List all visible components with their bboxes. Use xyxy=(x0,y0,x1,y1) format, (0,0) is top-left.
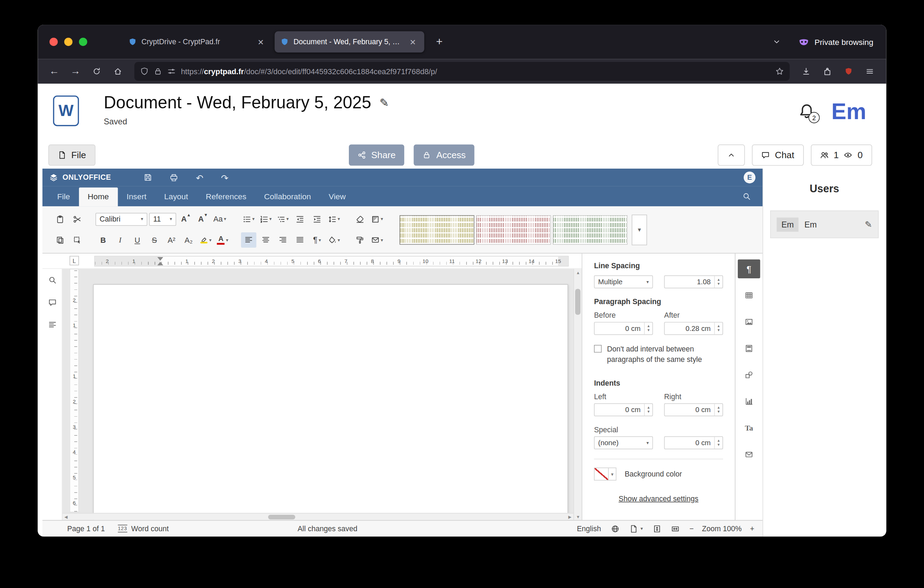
tab-document[interactable]: Document - Wed, February 5, 2025 ✕ xyxy=(275,31,424,53)
show-advanced-settings-link[interactable]: Show advanced settings xyxy=(594,495,723,503)
highlight-color-button[interactable]: ▾ xyxy=(198,232,213,248)
undo-icon[interactable]: ↶ xyxy=(196,173,203,182)
page-indicator[interactable]: Page 1 of 1 xyxy=(67,525,105,533)
shape-settings-tab[interactable] xyxy=(738,365,760,384)
copy-button[interactable] xyxy=(53,232,68,248)
menu-insert[interactable]: Insert xyxy=(118,187,155,206)
user-avatar-initials[interactable]: Em xyxy=(832,100,866,122)
edit-title-pencil-icon[interactable]: ✎ xyxy=(380,96,389,110)
zoom-out-button[interactable]: − xyxy=(689,525,693,533)
line-spacing-button[interactable]: ▾ xyxy=(327,211,342,227)
back-button[interactable]: ← xyxy=(45,62,64,80)
increase-indent-button[interactable] xyxy=(310,211,325,227)
increment-font-size-button[interactable]: A▲ xyxy=(178,211,193,227)
header-footer-settings-tab[interactable] xyxy=(738,339,760,358)
italic-button[interactable]: I xyxy=(112,232,128,248)
downloads-button[interactable] xyxy=(797,62,815,80)
spinner-arrows[interactable]: ▲▼ xyxy=(714,437,723,449)
decrement-font-size-button[interactable]: A▼ xyxy=(195,211,210,227)
table-settings-tab[interactable] xyxy=(738,286,760,305)
underline-button[interactable]: U xyxy=(130,232,145,248)
permissions-sliders-icon[interactable] xyxy=(167,67,176,76)
indent-left-input[interactable]: 0 cm ▲▼ xyxy=(594,403,653,416)
mail-merge-button[interactable]: ▾ xyxy=(370,232,385,248)
menu-view[interactable]: View xyxy=(320,187,355,206)
collapse-toolbar-button[interactable] xyxy=(718,145,745,166)
bold-button[interactable]: B xyxy=(96,232,111,248)
document-page[interactable] xyxy=(93,284,568,520)
align-justify-button[interactable] xyxy=(292,232,308,248)
redo-icon[interactable]: ↷ xyxy=(221,173,228,182)
spacing-after-input[interactable]: 0.28 cm ▲▼ xyxy=(664,322,723,335)
paragraph-style-preview-1[interactable] xyxy=(400,215,475,244)
url-text[interactable]: https://cryptpad.fr/doc/#/3/doc/edit/ff0… xyxy=(181,67,771,76)
file-menu-button[interactable]: File xyxy=(48,145,96,166)
paragraph-style-preview-2[interactable] xyxy=(476,215,551,244)
ruler-tab-selector[interactable]: L xyxy=(69,256,79,266)
set-language-globe-icon[interactable] xyxy=(611,525,619,533)
text-art-settings-tab[interactable]: Ta xyxy=(738,419,760,438)
tab-cryptdrive[interactable]: CryptDrive - CryptPad.fr ✕ xyxy=(122,31,272,53)
line-spacing-number-input[interactable]: 1.08 ▲▼ xyxy=(664,275,723,288)
user-list-item[interactable]: Em Em ✎ xyxy=(770,210,878,238)
minimize-window-button[interactable] xyxy=(64,38,73,46)
mail-merge-settings-tab[interactable] xyxy=(738,445,760,464)
ublock-origin-icon[interactable] xyxy=(839,62,858,80)
spinner-arrows[interactable]: ▲▼ xyxy=(714,276,723,288)
spellcheck-button[interactable]: ▾ xyxy=(629,525,643,533)
chart-settings-tab[interactable] xyxy=(738,392,760,411)
close-tab-icon[interactable]: ✕ xyxy=(408,36,419,47)
fit-width-icon[interactable] xyxy=(671,525,680,533)
scroll-right-arrow[interactable]: ▶ xyxy=(566,514,573,520)
zoom-in-button[interactable]: + xyxy=(750,525,754,533)
members-button[interactable]: 1 0 xyxy=(811,145,872,166)
word-count-button[interactable]: 123 Word count xyxy=(118,525,168,533)
save-icon[interactable] xyxy=(144,173,152,182)
v-ruler[interactable]: 21123456 xyxy=(69,269,79,512)
close-window-button[interactable] xyxy=(50,38,58,46)
nonprinting-characters-button[interactable]: ¶▾ xyxy=(310,232,325,248)
list-tabs-chevron-icon[interactable] xyxy=(772,38,781,46)
menu-home[interactable]: Home xyxy=(79,187,118,206)
font-name-select[interactable]: Calibri ▾ xyxy=(96,213,147,226)
shading-button[interactable]: ▾ xyxy=(370,211,385,227)
url-bar[interactable]: https://cryptpad.fr/doc/#/3/doc/edit/ff0… xyxy=(134,62,790,81)
cut-button[interactable] xyxy=(69,211,85,227)
special-indent-input[interactable]: 0 cm ▲▼ xyxy=(664,436,723,449)
scroll-up-arrow[interactable]: ▲ xyxy=(574,269,582,276)
fit-page-icon[interactable] xyxy=(653,525,661,533)
horizontal-scroll-thumb[interactable] xyxy=(268,515,295,520)
strikethrough-button[interactable]: S xyxy=(147,232,162,248)
editor-user-avatar[interactable]: E xyxy=(744,172,756,183)
left-indent-marker[interactable] xyxy=(157,262,163,266)
spinner-arrows[interactable]: ▲▼ xyxy=(644,404,652,416)
numbering-button[interactable]: ▾ xyxy=(258,211,273,227)
comments-icon[interactable] xyxy=(48,298,56,307)
access-button[interactable]: Access xyxy=(414,145,475,166)
vertical-scroll-thumb[interactable] xyxy=(575,289,580,315)
multilevel-list-button[interactable]: ▾ xyxy=(275,211,290,227)
menu-layout[interactable]: Layout xyxy=(155,187,197,206)
spinner-arrows[interactable]: ▲▼ xyxy=(644,322,652,334)
find-icon[interactable] xyxy=(48,276,56,284)
notifications-bell-icon[interactable]: 2 xyxy=(798,103,815,119)
bullets-button[interactable]: ▾ xyxy=(241,211,256,227)
document-canvas[interactable]: 21123456 ◀ ▶ xyxy=(62,269,573,520)
h-ruler[interactable]: 21123456789101112131415 xyxy=(94,256,569,266)
paragraph-shading-button[interactable]: ▾ xyxy=(327,232,342,248)
indent-right-input[interactable]: 0 cm ▲▼ xyxy=(664,403,723,416)
menu-file[interactable]: File xyxy=(48,187,79,206)
home-button[interactable] xyxy=(108,62,127,80)
navigation-headings-icon[interactable] xyxy=(48,321,56,329)
decrease-indent-button[interactable] xyxy=(292,211,308,227)
font-size-select[interactable]: 11 ▾ xyxy=(149,213,176,226)
select-all-button[interactable] xyxy=(69,232,85,248)
scroll-down-arrow[interactable]: ▼ xyxy=(574,513,582,520)
tracking-protection-shield-icon[interactable] xyxy=(140,67,148,76)
first-line-indent-marker[interactable] xyxy=(157,257,163,261)
reload-button[interactable] xyxy=(87,62,106,80)
paste-button[interactable] xyxy=(53,211,68,227)
copy-style-button[interactable] xyxy=(352,232,368,248)
share-button[interactable]: Share xyxy=(349,145,404,166)
https-lock-icon[interactable] xyxy=(154,67,162,76)
